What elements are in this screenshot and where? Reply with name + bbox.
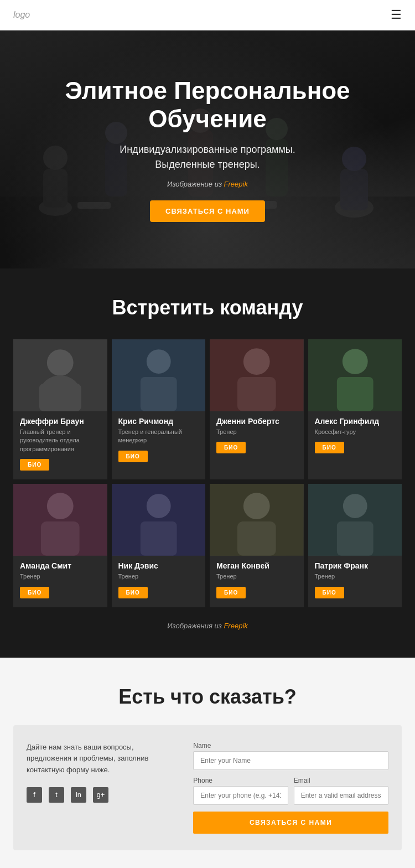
- team-name-3: Алекс Гринфилд: [315, 417, 396, 426]
- team-card-body-7: Патрик Франк Тренер БИО: [308, 556, 402, 598]
- social-instagram-icon[interactable]: in: [71, 787, 86, 803]
- team-photo-1: [112, 339, 206, 411]
- team-photo-7: [308, 484, 402, 556]
- team-card-body-1: Крис Ричмонд Тренер и генеральный менедж…: [112, 411, 206, 462]
- bio-button-3[interactable]: БИО: [315, 442, 344, 453]
- team-card-7: Патрик Франк Тренер БИО: [308, 484, 402, 607]
- team-card-0: Джеффри Браун Главный тренер и руководит…: [13, 339, 107, 479]
- svg-rect-31: [41, 521, 80, 556]
- svg-point-33: [146, 494, 170, 518]
- team-photo-6: [210, 484, 304, 556]
- email-field-group: Email: [294, 777, 388, 805]
- team-name-1: Крис Ричмонд: [118, 417, 199, 426]
- email-label: Email: [294, 777, 388, 784]
- team-photo-4: [13, 484, 107, 556]
- phone-field-group: Phone: [193, 777, 288, 805]
- team-card-body-2: Дженни Робертс Тренер БИО: [210, 411, 304, 453]
- person-silhouette-2: [210, 339, 304, 411]
- svg-rect-28: [336, 377, 373, 411]
- person-silhouette-0: [13, 339, 107, 411]
- person-silhouette-3: [308, 339, 402, 411]
- team-photo-0: [13, 339, 107, 411]
- team-card-4: Аманда Смит Тренер БИО: [13, 484, 107, 607]
- hero-image-credit: Изображение из Freepik: [22, 180, 393, 188]
- team-card-body-3: Алекс Гринфилд Кроссфит-гуру БИО: [308, 411, 402, 453]
- person-silhouette-6: [210, 484, 304, 556]
- svg-point-17: [47, 349, 74, 376]
- contact-section: Есть что сказать? Дайте нам знать ваши в…: [0, 658, 415, 868]
- name-field-group: Name: [193, 742, 388, 770]
- team-grid-row2: Аманда Смит Тренер БИО Ник Дэвис Тренер …: [13, 484, 402, 607]
- hamburger-menu-icon[interactable]: ☰: [391, 8, 402, 22]
- contact-form: Name Phone Email СВЯЗАТЬСЯ С НАМИ: [193, 742, 388, 834]
- bio-button-5[interactable]: БИО: [118, 587, 148, 598]
- team-photo-2: [210, 339, 304, 411]
- social-twitter-icon[interactable]: t: [49, 787, 64, 803]
- team-name-7: Патрик Франк: [315, 561, 396, 570]
- hero-subtitle: Индивидуализированные программы.Выделенн…: [22, 142, 393, 172]
- bio-button-7[interactable]: БИО: [315, 587, 344, 598]
- team-title: Встретить команду: [13, 296, 402, 319]
- person-silhouette-4: [13, 484, 107, 556]
- logo: logo: [13, 10, 30, 20]
- phone-input[interactable]: [193, 786, 288, 805]
- team-role-3: Кроссфит-гуру: [315, 428, 396, 436]
- person-silhouette-7: [308, 484, 402, 556]
- contact-title: Есть что сказать?: [13, 685, 402, 709]
- team-card-5: Ник Дэвис Тренер БИО: [112, 484, 206, 607]
- team-role-1: Тренер и генеральный менеджер: [118, 428, 199, 445]
- bio-button-2[interactable]: БИО: [216, 442, 246, 453]
- team-image-credit: Изображения из Freepik: [13, 612, 402, 647]
- hero-cta-button[interactable]: СВЯЗАТЬСЯ С НАМИ: [150, 200, 265, 222]
- svg-rect-40: [336, 521, 373, 556]
- svg-point-39: [343, 494, 367, 518]
- svg-point-30: [47, 493, 74, 519]
- header: logo ☰: [0, 0, 415, 30]
- team-name-4: Аманда Смит: [20, 561, 101, 570]
- social-google-icon[interactable]: g+: [93, 787, 108, 803]
- team-photo-5: [112, 484, 206, 556]
- team-grid-row1: Джеффри Браун Главный тренер и руководит…: [13, 339, 402, 479]
- team-role-0: Главный тренер и руководитель отдела про…: [20, 428, 101, 453]
- bio-button-1[interactable]: БИО: [118, 451, 148, 462]
- svg-rect-22: [140, 377, 177, 411]
- hero-content: Элитное Персональное Обучение Индивидуал…: [0, 77, 415, 221]
- team-card-6: Меган Конвей Тренер БИО: [210, 484, 304, 607]
- contact-box: Дайте нам знать ваши вопросы, предложени…: [13, 725, 402, 850]
- team-role-6: Тренер: [216, 572, 297, 581]
- person-silhouette-5: [112, 484, 206, 556]
- team-card-body-6: Меган Конвей Тренер БИО: [210, 556, 304, 598]
- team-role-2: Тренер: [216, 428, 297, 436]
- team-name-2: Дженни Робертс: [216, 417, 297, 426]
- team-photo-3: [308, 339, 402, 411]
- svg-rect-34: [140, 521, 177, 556]
- phone-label: Phone: [193, 777, 288, 784]
- team-card-body-0: Джеффри Браун Главный тренер и руководит…: [13, 411, 107, 471]
- phone-email-row: Phone Email: [193, 777, 388, 805]
- name-label: Name: [193, 742, 388, 750]
- team-role-5: Тренер: [118, 572, 199, 581]
- team-card-body-5: Ник Дэвис Тренер БИО: [112, 556, 206, 598]
- team-name-0: Джеффри Браун: [20, 417, 101, 426]
- freepik-link[interactable]: Freepik: [224, 180, 248, 188]
- svg-rect-25: [237, 377, 276, 411]
- team-name-5: Ник Дэвис: [118, 561, 199, 570]
- contact-left: Дайте нам знать ваши вопросы, предложени…: [27, 742, 177, 834]
- name-input[interactable]: [193, 751, 388, 770]
- bio-button-6[interactable]: БИО: [216, 587, 246, 598]
- team-role-7: Тренер: [315, 572, 396, 581]
- svg-point-27: [342, 349, 367, 374]
- person-silhouette-1: [112, 339, 206, 411]
- team-card-2: Дженни Робертс Тренер БИО: [210, 339, 304, 479]
- email-input[interactable]: [294, 786, 388, 805]
- team-freepik-link[interactable]: Freepik: [224, 622, 247, 630]
- contact-submit-button[interactable]: СВЯЗАТЬСЯ С НАМИ: [193, 812, 388, 834]
- hero-section: Элитное Персональное Обучение Индивидуал…: [0, 30, 415, 268]
- svg-point-24: [243, 348, 270, 375]
- hero-title: Элитное Персональное Обучение: [22, 77, 393, 133]
- bio-button-4[interactable]: БИО: [20, 587, 49, 598]
- bio-button-0[interactable]: БИО: [20, 459, 49, 471]
- svg-rect-19: [39, 384, 81, 411]
- svg-point-36: [243, 493, 270, 519]
- social-facebook-icon[interactable]: f: [27, 787, 42, 803]
